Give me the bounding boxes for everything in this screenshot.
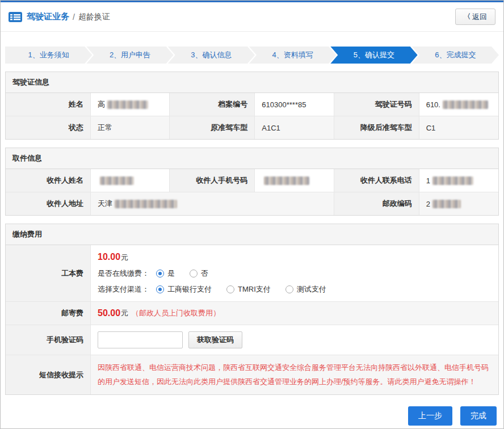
back-chevron-icon: 〈 bbox=[464, 12, 471, 22]
pay-channel-label: 选择支付渠道： bbox=[98, 284, 149, 295]
recipient-mobile-value bbox=[255, 169, 334, 192]
pickup-table: 收件人姓名 收件人手机号码 收件人联系电话 1 收件人地址 天津 邮政编码 2 bbox=[6, 169, 498, 215]
get-captcha-button[interactable]: 获取验证码 bbox=[188, 331, 242, 348]
file-number-value: 610300****85 bbox=[255, 93, 334, 116]
cost-amount: 10.00 bbox=[98, 252, 120, 262]
mail-fee-label: 邮寄费 bbox=[6, 302, 91, 325]
mail-unit: 元 bbox=[121, 308, 128, 318]
step-tab-1[interactable]: 1、业务须知 bbox=[5, 47, 92, 64]
online-pay-no-radio[interactable]: 否 bbox=[190, 268, 208, 279]
breadcrumb-current: 超龄换证 bbox=[78, 12, 110, 22]
step-tab-6[interactable]: 6、完成提交 bbox=[412, 47, 499, 64]
redacted-value bbox=[432, 176, 473, 185]
channel-icbc-label: 工商银行支付 bbox=[167, 284, 212, 295]
redacted-value bbox=[432, 200, 461, 208]
mail-amount: 50.00 bbox=[98, 308, 120, 318]
license-table: 姓名 高 档案编号 610300****85 驾驶证号码 610. 状态 正常 … bbox=[6, 93, 498, 139]
original-class-text: A1C1 bbox=[262, 124, 280, 132]
header: 驾驶证业务 / 超龄换证 〈 返回 bbox=[1, 2, 503, 32]
status-text: 正常 bbox=[98, 123, 112, 133]
redacted-value bbox=[443, 100, 488, 109]
section-title-pickup: 取件信息 bbox=[6, 148, 498, 169]
license-number-label: 驾驶证号码 bbox=[334, 93, 419, 116]
mail-note: （邮政人员上门收取费用） bbox=[132, 308, 220, 318]
downgraded-class-text: C1 bbox=[426, 124, 436, 132]
back-label: 返回 bbox=[472, 12, 487, 22]
online-pay-yes-label: 是 bbox=[167, 268, 175, 279]
online-pay-no-label: 否 bbox=[201, 268, 208, 279]
captcha-row: 获取验证码 bbox=[91, 325, 498, 355]
captcha-label: 手机验证码 bbox=[6, 325, 91, 355]
step-tab-2[interactable]: 2、用户申告 bbox=[86, 47, 173, 64]
file-number-label: 档案编号 bbox=[170, 93, 255, 116]
sms-notice-label: 短信接收提示 bbox=[6, 355, 91, 394]
captcha-input[interactable] bbox=[98, 331, 183, 348]
step-tab-4[interactable]: 4、资料填写 bbox=[249, 47, 336, 64]
channel-tmri-label: TMRI支付 bbox=[238, 284, 271, 295]
radio-dot-icon bbox=[190, 270, 198, 277]
cost-amount-row: 10.00元 bbox=[98, 252, 339, 263]
cost-fee-label: 工本费 bbox=[6, 245, 91, 302]
downgraded-class-label: 降级后准驾车型 bbox=[334, 116, 419, 139]
recipient-address-text: 天津 bbox=[98, 199, 112, 209]
recipient-contact-text: 1 bbox=[426, 176, 430, 185]
radio-dot-icon bbox=[156, 270, 164, 277]
name-value: 高 bbox=[91, 93, 170, 116]
finish-button[interactable]: 完成 bbox=[460, 406, 497, 426]
postal-code-label: 邮政编码 bbox=[334, 192, 419, 215]
list-icon bbox=[9, 12, 22, 22]
mail-fee-value: 50.00元 （邮政人员上门收取费用） bbox=[91, 302, 498, 325]
page-title: 驾驶证业务 bbox=[27, 11, 69, 22]
channel-test-radio[interactable]: 测试支付 bbox=[285, 284, 326, 295]
radio-dot-icon bbox=[156, 285, 164, 293]
name-value-text: 高 bbox=[98, 99, 105, 110]
sms-notice-text: 因陕西省联通、电信运营商技术问题，陕西省互联网交通安全综合服务管理平台无法向持陕… bbox=[91, 355, 498, 394]
license-number-value: 610. bbox=[419, 93, 498, 116]
recipient-address-label: 收件人地址 bbox=[6, 192, 91, 215]
file-number-text: 610300****85 bbox=[262, 100, 306, 109]
status-label: 状态 bbox=[6, 116, 91, 139]
channel-icbc-radio[interactable]: 工商银行支付 bbox=[156, 284, 212, 295]
footer-actions: 上一步 完成 bbox=[1, 406, 497, 426]
prev-step-button[interactable]: 上一步 bbox=[408, 406, 452, 426]
recipient-contact-label: 收件人联系电话 bbox=[334, 169, 419, 192]
redacted-value bbox=[100, 176, 134, 185]
online-pay-yes-radio[interactable]: 是 bbox=[156, 268, 175, 279]
section-title-license: 驾驶证信息 bbox=[6, 72, 498, 93]
license-number-text: 610. bbox=[426, 100, 440, 109]
cost-fee-value: 10.00元 是否在线缴费： 是 否 选择支 bbox=[91, 245, 498, 302]
postal-code-value: 2 bbox=[419, 192, 498, 215]
radio-dot-icon bbox=[226, 285, 234, 293]
pay-channel-row: 选择支付渠道： 工商银行支付 TMRI支付 测试支付 bbox=[98, 284, 339, 295]
breadcrumb-separator: / bbox=[73, 12, 75, 22]
recipient-name-value bbox=[91, 169, 170, 192]
back-button[interactable]: 〈 返回 bbox=[455, 9, 495, 25]
online-pay-row: 是否在线缴费： 是 否 bbox=[98, 268, 339, 279]
section-license-info: 驾驶证信息 姓名 高 档案编号 610300****85 驾驶证号码 610. … bbox=[5, 72, 499, 140]
sms-notice-value: 因陕西省联通、电信运营商技术问题，陕西省互联网交通安全综合服务管理平台无法向持陕… bbox=[91, 355, 498, 394]
postal-code-text: 2 bbox=[426, 200, 430, 208]
page: 驾驶证业务 / 超龄换证 〈 返回 1、业务须知 2、用户申告 3、确认信息 4… bbox=[0, 0, 504, 429]
redacted-value bbox=[115, 200, 177, 208]
recipient-mobile-label: 收件人手机号码 bbox=[170, 169, 255, 192]
step-tab-3[interactable]: 3、确认信息 bbox=[168, 47, 255, 64]
cost-unit: 元 bbox=[121, 253, 128, 262]
recipient-contact-value: 1 bbox=[419, 169, 498, 192]
section-fees: 缴纳费用 工本费 10.00元 是否在线缴费： 是 bbox=[5, 224, 499, 395]
redacted-value bbox=[264, 176, 309, 185]
name-label: 姓名 bbox=[6, 93, 91, 116]
fees-table: 工本费 10.00元 是否在线缴费： 是 否 bbox=[6, 245, 498, 394]
recipient-name-label: 收件人姓名 bbox=[6, 169, 91, 192]
recipient-address-value: 天津 bbox=[91, 192, 334, 215]
section-pickup-info: 取件信息 收件人姓名 收件人手机号码 收件人联系电话 1 收件人地址 天津 邮政… bbox=[5, 148, 499, 216]
step-tab-5-active[interactable]: 5、确认提交 bbox=[330, 47, 417, 64]
downgraded-class-value: C1 bbox=[419, 116, 498, 139]
step-nav: 1、业务须知 2、用户申告 3、确认信息 4、资料填写 5、确认提交 6、完成提… bbox=[5, 47, 499, 64]
section-title-fees: 缴纳费用 bbox=[6, 224, 498, 245]
radio-dot-icon bbox=[285, 285, 293, 293]
channel-tmri-radio[interactable]: TMRI支付 bbox=[226, 284, 271, 295]
channel-test-label: 测试支付 bbox=[297, 284, 326, 295]
online-pay-label: 是否在线缴费： bbox=[98, 268, 149, 279]
original-class-label: 原准驾车型 bbox=[170, 116, 255, 139]
redacted-value bbox=[107, 100, 148, 109]
